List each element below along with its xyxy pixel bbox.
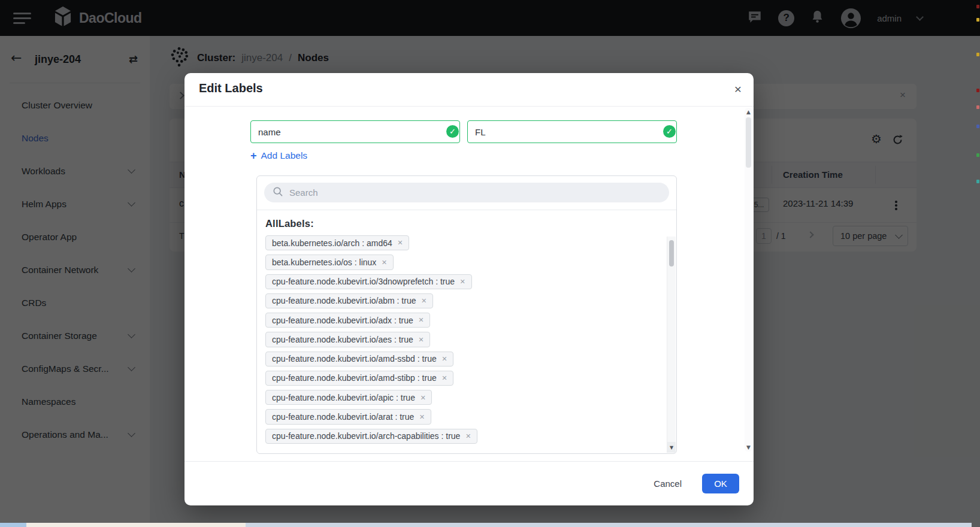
label-key-input[interactable] [250, 120, 460, 143]
modal-title: Edit Labels [199, 81, 263, 95]
labels-scrollbar[interactable]: ▼ [667, 237, 676, 453]
label-chip-text: cpu-feature.node.kubevirt.io/arat : true [272, 412, 414, 422]
label-chip-text: cpu-feature.node.kubevirt.io/aes : true [272, 335, 413, 344]
remove-label-icon[interactable]: × [442, 355, 447, 364]
label-chip-text: beta.kubernetes.io/os : linux [272, 258, 376, 267]
scroll-up-icon[interactable]: ▲ [745, 109, 752, 115]
modal-scrollbar[interactable]: ▲ ▼ [745, 108, 752, 452]
remove-label-icon[interactable]: × [382, 258, 386, 267]
label-chip: cpu-feature.node.kubevirt.io/abm : true … [265, 293, 433, 308]
scrollbar-thumb[interactable] [746, 117, 751, 168]
bottom-strip [246, 523, 972, 527]
scroll-down-icon[interactable]: ▼ [745, 444, 752, 450]
label-chip: beta.kubernetes.io/arch : amd64 × [265, 235, 409, 250]
label-chip: cpu-feature.node.kubevirt.io/arat : true… [265, 409, 431, 424]
all-labels-heading: AllLabels: [265, 218, 676, 229]
label-chip-text: cpu-feature.node.kubevirt.io/abm : true [272, 296, 416, 305]
scroll-down-icon[interactable]: ▼ [667, 442, 676, 453]
label-chip: cpu-feature.node.kubevirt.io/amd-stibp :… [265, 371, 453, 386]
browser-scrollbar-minimap[interactable] [976, 0, 980, 527]
label-chip: cpu-feature.node.kubevirt.io/aes : true … [265, 332, 430, 347]
remove-label-icon[interactable]: × [442, 374, 447, 383]
plus-icon: + [250, 150, 257, 161]
label-chip: cpu-feature.node.kubevirt.io/arch-capabi… [265, 429, 477, 444]
remove-label-icon[interactable]: × [465, 432, 470, 441]
remove-label-icon[interactable]: × [419, 316, 424, 325]
all-labels-panel: AllLabels: beta.kubernetes.io/arch : amd… [256, 175, 677, 454]
label-chip-text: cpu-feature.node.kubevirt.io/amd-stibp :… [272, 373, 437, 383]
modal-footer: Cancel OK [184, 461, 754, 505]
remove-label-icon[interactable]: × [419, 335, 424, 344]
remove-label-icon[interactable]: × [419, 413, 424, 422]
close-icon[interactable]: × [734, 81, 742, 97]
label-chip-text: cpu-feature.node.kubevirt.io/adx : true [272, 316, 413, 325]
bottom-strip [26, 523, 246, 527]
bottom-strip [0, 523, 26, 527]
label-value-input[interactable] [467, 120, 677, 143]
label-chip: cpu-feature.node.kubevirt.io/amd-ssbd : … [265, 352, 453, 367]
remove-label-icon[interactable]: × [460, 277, 465, 286]
label-chip-text: cpu-feature.node.kubevirt.io/apic : true [272, 393, 415, 402]
add-labels-label: Add Labels [261, 150, 308, 161]
add-labels-button[interactable]: + Add Labels [250, 150, 307, 161]
label-chip-text: beta.kubernetes.io/arch : amd64 [272, 238, 392, 248]
label-chip: cpu-feature.node.kubevirt.io/apic : true… [265, 390, 432, 405]
remove-label-icon[interactable]: × [421, 296, 426, 305]
scrollbar-thumb[interactable] [669, 240, 674, 266]
label-chip: cpu-feature.node.kubevirt.io/adx : true … [265, 313, 430, 328]
app-root: DaoCloud ? admin ← jinye-204 ⇄ [0, 0, 980, 527]
labels-list: beta.kubernetes.io/arch : amd64 × beta.k… [265, 235, 676, 444]
search-input[interactable] [288, 187, 637, 198]
search-icon [273, 186, 283, 199]
valid-check-icon: ✓ [446, 125, 459, 138]
label-chip-text: cpu-feature.node.kubevirt.io/arch-capabi… [272, 431, 460, 441]
label-chip: beta.kubernetes.io/os : linux × [265, 255, 394, 269]
search-row [257, 176, 676, 210]
cancel-button[interactable]: Cancel [654, 478, 682, 489]
remove-label-icon[interactable]: × [398, 238, 403, 247]
remove-label-icon[interactable]: × [421, 393, 425, 402]
valid-check-icon: ✓ [663, 125, 676, 138]
modal-header: Edit Labels × [184, 73, 754, 107]
label-chip-text: cpu-feature.node.kubevirt.io/3dnowprefet… [272, 277, 455, 286]
label-chip-text: cpu-feature.node.kubevirt.io/amd-ssbd : … [272, 354, 437, 364]
ok-button[interactable]: OK [702, 474, 739, 493]
search-box[interactable] [264, 183, 669, 202]
label-chip: cpu-feature.node.kubevirt.io/3dnowprefet… [265, 274, 472, 289]
edit-labels-modal: Edit Labels × ✓ ✓ + Add Labels AllLabels… [184, 73, 754, 505]
